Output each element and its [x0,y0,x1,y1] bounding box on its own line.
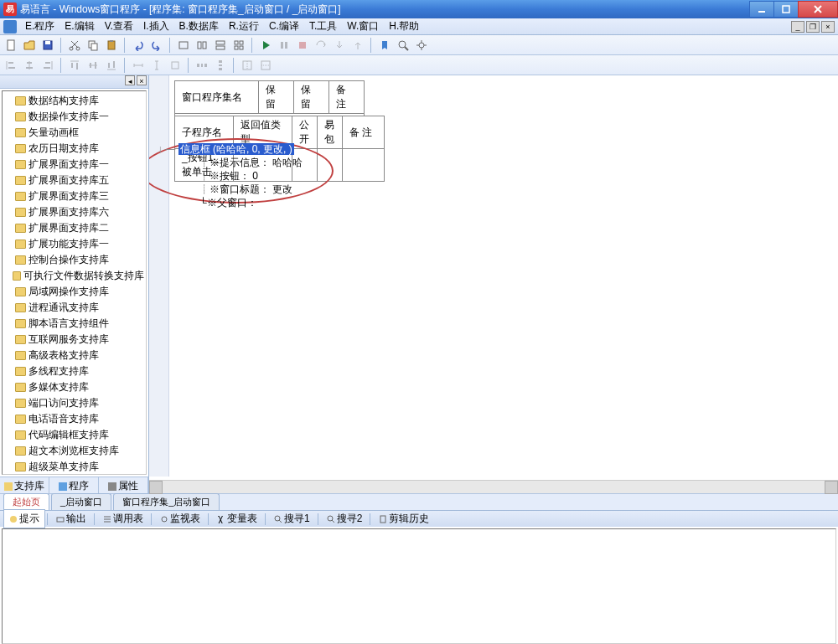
svg-rect-45 [113,61,115,68]
btab-search2[interactable]: 搜寻2 [321,509,369,528]
menu-program[interactable]: E.程序 [20,18,59,35]
run-button[interactable] [257,37,274,54]
btab-watch[interactable]: 监视表 [154,509,206,528]
tree-node[interactable]: 端口访问支持库 [3,395,146,411]
sidebar-left-button[interactable]: ◂ [125,75,135,85]
tree-node[interactable]: 超文本浏览框支持库 [3,443,146,459]
save-button[interactable] [39,37,56,54]
menu-database[interactable]: B.数据库 [174,18,224,35]
library-tree[interactable]: 数据结构支持库数据操作支持库一矢量动画框农历日期支持库扩展界面支持库一扩展界面支… [2,90,147,475]
bookmark-button[interactable] [376,37,393,54]
scroll-left-button[interactable] [149,481,163,494]
tree-node[interactable]: 数据结构支持库 [3,93,146,109]
btab-search1[interactable]: 搜寻1 [268,509,316,528]
undo-button[interactable] [130,37,147,54]
svg-rect-14 [198,42,201,49]
tree-node[interactable]: 脚本语言支持组件 [3,316,146,332]
tab-startwin[interactable]: _启动窗口 [51,493,111,510]
tree-node[interactable]: 可执行文件数据转换支持库 [3,268,146,284]
svg-rect-48 [201,64,203,67]
svg-rect-41 [90,63,91,68]
folder-icon [15,96,26,106]
tab-moduleset[interactable]: 窗口程序集_启动窗口 [113,493,220,510]
tool-a-button[interactable] [175,37,192,54]
param-value: 更改 [272,183,292,195]
tool-b-button[interactable] [194,37,210,54]
menu-run[interactable]: R.运行 [224,18,264,35]
tree-node[interactable]: 局域网操作支持库 [3,284,146,300]
tree-label: 进程通讯支持库 [28,301,99,315]
tree-node[interactable]: 电话语音支持库 [3,411,146,427]
mdi-restore-button[interactable]: ❐ [806,21,820,33]
menu-insert[interactable]: I.插入 [138,18,174,35]
folder-icon [15,192,26,201]
btab-vars[interactable]: χ变量表 [211,509,263,528]
tree-node[interactable]: 农历日期支持库 [3,141,146,157]
open-button[interactable] [21,37,38,54]
editor-hscroll[interactable] [149,480,838,493]
find-button[interactable] [395,37,411,54]
tree-node[interactable]: 扩展界面支持库三 [3,188,146,204]
param-value: 哈哈哈 [272,157,303,168]
sidebar-tab-libs[interactable]: 支持库 [0,477,49,493]
menu-view[interactable]: V.查看 [100,18,138,35]
paste-button[interactable] [103,37,120,54]
tree-node[interactable]: 进程通讯支持库 [3,300,146,316]
copy-button[interactable] [85,37,101,54]
menu-help[interactable]: H.帮助 [384,18,424,35]
menu-tools[interactable]: T.工具 [304,18,342,35]
redo-button[interactable] [148,37,165,54]
svg-line-62 [279,520,282,523]
code-block[interactable]: ↓ — 信息框 (哈哈哈, 0, 更改, ) ┊※提示信息： 哈哈哈 ┊※按钮：… [158,142,303,209]
maximize-button[interactable] [773,1,799,18]
tree-node[interactable]: 扩展界面支持库五 [3,173,146,188]
btab-cliphist[interactable]: 剪辑历史 [373,509,435,528]
tree-node[interactable]: 扩展界面支持库一 [3,157,146,173]
scroll-right-button[interactable] [825,481,838,494]
minimize-button[interactable] [749,1,774,18]
tree-node[interactable]: 代码编辑框支持库 [3,427,146,443]
btab-hint[interactable]: 提示 [3,509,45,528]
btab-calltable[interactable]: 调用表 [97,509,149,528]
tree-node[interactable]: 矢量动画框 [3,125,146,141]
svg-rect-44 [108,63,110,68]
svg-rect-10 [91,44,97,50]
code-editor[interactable]: 窗口程序集名 保 留 保 留 备 注 窗口程序集_启动窗口 子程序名 返回值类型… [149,75,838,493]
settings-button[interactable] [413,37,430,54]
menu-edit[interactable]: E.编辑 [59,18,99,35]
mdi-minimize-button[interactable]: _ [791,21,804,33]
output-panel[interactable] [2,528,836,644]
tool-d-button[interactable] [230,37,247,54]
cut-button[interactable] [66,37,83,54]
sidebar-tab-program[interactable]: 程序 [49,477,99,493]
tree-node[interactable]: 数据操作支持库一 [3,109,146,125]
tree-node[interactable]: 多线程支持库 [3,363,146,379]
tree-node[interactable]: 互联网服务支持库 [3,332,146,348]
tree-label: 扩展界面支持库一 [28,157,109,172]
folder-icon [15,335,26,344]
mdi-close-button[interactable]: × [821,21,835,33]
new-button[interactable] [3,37,19,54]
tree-node[interactable]: 扩展界面支持库二 [3,220,146,236]
folder-icon [15,160,26,169]
tab-start[interactable]: 起始页 [3,493,49,510]
tree-node[interactable]: 扩展功能支持库一 [3,236,146,252]
menu-window[interactable]: W.窗口 [342,18,384,35]
tree-node[interactable]: 多媒体支持库 [3,379,146,395]
tree-node[interactable]: 超级菜单支持库 [3,459,146,475]
sidebar-tab-props[interactable]: 属性 [99,477,148,493]
tool-c-button[interactable] [212,37,229,54]
menu-compile[interactable]: C.编译 [264,18,304,35]
tree-label: 农历日期支持库 [28,142,99,156]
close-button[interactable] [798,1,838,18]
sidebar-close-button[interactable]: × [137,75,147,85]
folder-icon [15,430,26,440]
tree-node[interactable]: 控制台操作支持库 [3,252,146,268]
tree-node[interactable]: 高级表格支持库 [3,348,146,363]
same-width-button [130,57,147,74]
menu-bar: E.程序 E.编辑 V.查看 I.插入 B.数据库 R.运行 C.编译 T.工具… [0,18,838,35]
tree-node[interactable]: 扩展界面支持库六 [3,204,146,220]
svg-rect-47 [197,64,199,67]
folder-icon [15,415,26,424]
btab-output[interactable]: 输出 [50,509,92,528]
